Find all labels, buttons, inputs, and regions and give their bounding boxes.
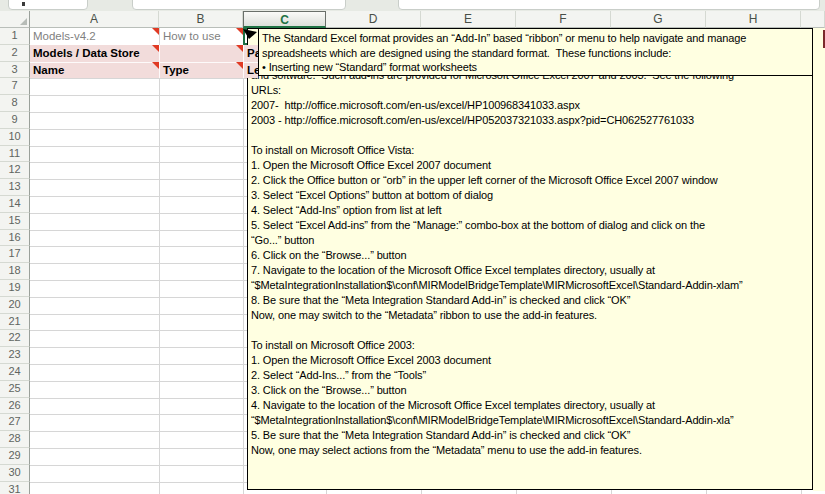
formula-bar-sliver-right (398, 0, 820, 10)
formula-bar-remnant (0, 0, 825, 11)
row-header-9[interactable]: 9 (0, 112, 30, 129)
cell-C3-partial: Le (247, 62, 258, 78)
row-header-24[interactable]: 24 (0, 364, 30, 381)
comment-leader-arrow-icon (242, 28, 260, 42)
column-header-partial[interactable] (801, 11, 825, 28)
comment-text-top: The Standard Excel format provides an “A… (262, 31, 811, 75)
select-all-triangle (20, 18, 27, 25)
row-header-21[interactable]: 21 (0, 314, 30, 331)
column-header-E[interactable]: E (421, 11, 516, 28)
row-header-27[interactable]: 27 (0, 414, 30, 431)
column-header-D[interactable]: D (326, 11, 421, 28)
comment-box-install-instructions: and software. Such add-ins are provided … (247, 28, 813, 490)
row-header-29[interactable]: 29 (0, 448, 30, 465)
column-header-H[interactable]: H (706, 11, 801, 28)
row-header-11[interactable]: 11 (0, 146, 30, 163)
cell-B1[interactable]: How to use (163, 28, 221, 44)
row-header-2[interactable]: 2 (0, 45, 30, 62)
excel-worksheet: ABCDEFGH 1237891011121314151617181920212… (0, 0, 825, 494)
column-header-C[interactable]: C (243, 11, 326, 28)
comment-indicator-icon (236, 62, 243, 69)
comment-text-main: and software. Such add-ins are provided … (251, 68, 811, 458)
row-header-3[interactable]: 3 (0, 62, 30, 79)
formula-bar-sliver-left (132, 0, 346, 10)
column-header-A[interactable]: A (30, 11, 159, 28)
gridline (159, 28, 160, 494)
select-all-corner[interactable] (0, 11, 30, 28)
row-header-30[interactable]: 30 (0, 465, 30, 482)
cell-A2[interactable]: Models / Data Store (33, 45, 140, 61)
row-header-18[interactable]: 18 (0, 263, 30, 280)
row-header-25[interactable]: 25 (0, 381, 30, 398)
column-header-F[interactable]: F (516, 11, 611, 28)
cell-A3[interactable]: Name (33, 62, 64, 78)
comment-indicator-icon (152, 62, 159, 69)
row-header-15[interactable]: 15 (0, 213, 30, 230)
row-header-31[interactable]: 31 (0, 482, 30, 494)
column-header-G[interactable]: G (611, 11, 706, 28)
row-header-28[interactable]: 28 (0, 431, 30, 448)
cell-A1[interactable]: Models-v4.2 (33, 28, 96, 44)
name-box-dropdown-sliver (22, 2, 25, 6)
comment-indicator-icon (152, 45, 159, 52)
row-header-8[interactable]: 8 (0, 95, 30, 112)
row-header-20[interactable]: 20 (0, 297, 30, 314)
row-header-7[interactable]: 7 (0, 78, 30, 95)
row-header-22[interactable]: 22 (0, 330, 30, 347)
cell-C2-C3-sliver[interactable]: Pa Le (243, 45, 258, 79)
column-header-B[interactable]: B (159, 11, 243, 28)
gridline (243, 28, 244, 494)
row-header-1[interactable]: 1 (0, 28, 30, 45)
comment-indicator-icon (152, 28, 159, 35)
name-box-sliver (8, 0, 88, 10)
row-header-13[interactable]: 13 (0, 179, 30, 196)
comment-indicator-icon (236, 45, 243, 52)
cell-B3[interactable]: Type (163, 62, 189, 78)
row-header-19[interactable]: 19 (0, 280, 30, 297)
comment-box-standard-format: The Standard Excel format provides an “A… (258, 28, 813, 76)
row-header-16[interactable]: 16 (0, 230, 30, 247)
row-header-14[interactable]: 14 (0, 196, 30, 213)
row-header-23[interactable]: 23 (0, 347, 30, 364)
row-header-10[interactable]: 10 (0, 129, 30, 146)
cell-C2-partial: Pa (247, 45, 258, 61)
row-header-12[interactable]: 12 (0, 162, 30, 179)
row-header-26[interactable]: 26 (0, 398, 30, 415)
row-header-17[interactable]: 17 (0, 246, 30, 263)
